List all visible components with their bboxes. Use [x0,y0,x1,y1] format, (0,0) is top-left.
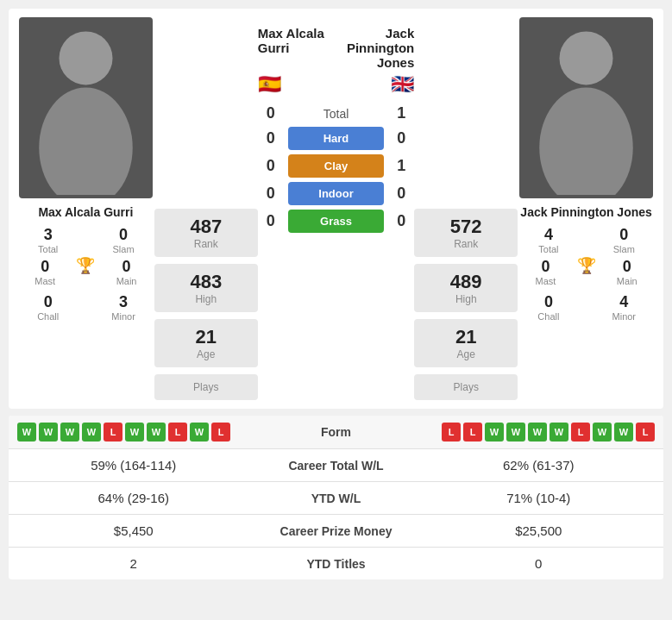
right-rank-label: Rank [414,238,518,250]
right-high-box: 489 High [414,264,518,312]
total-row: 0 Total 1 [258,104,414,122]
right-age-box: 21 Age [414,319,518,367]
form-badge-right: L [463,423,482,442]
stat-center-2: Career Prize Money [250,524,423,538]
left-flag: 🇪🇸 [258,73,281,96]
stat-left-0: 59% (164-114) [17,458,250,473]
right-age-value: 21 [414,326,518,348]
right-slam-label: Slam [613,244,635,254]
left-rank-label: Rank [154,238,258,250]
right-rank-box: 572 Rank [414,209,518,257]
left-trophy-icon: 🏆 [76,258,95,286]
left-total-value: 3 [44,226,53,244]
main-container: Max Alcala Gurri 3 Total 0 Slam 0 Mast [0,0,672,588]
form-badge-left: W [82,423,101,442]
svg-point-1 [39,88,133,195]
right-minor-value: 4 [619,293,628,311]
center-right-name-line2: Jones [336,55,415,70]
stat-right-2: $25,500 [423,523,656,538]
grass-right: 0 [388,212,414,230]
form-badge-right: W [528,423,547,442]
form-badge-right: L [636,423,655,442]
stat-right-3: 0 [423,556,656,571]
right-stat-minor: 4 Minor [593,293,655,322]
total-right-score: 1 [388,104,414,122]
right-main-label: Main [617,276,637,286]
right-total-label: Total [538,244,558,254]
left-lower-stats: 0 Chall 3 Minor [17,293,154,322]
left-stat-total: 3 Total [17,226,79,254]
form-right: LLWWWWLWWL [380,423,656,442]
left-plays-box: Plays [154,374,258,400]
form-badge-right: L [442,423,461,442]
left-player-photo [19,17,153,198]
clay-left: 0 [258,157,284,175]
stat-left-3: 2 [17,556,250,571]
center-left-name-line2: Gurri [258,41,336,55]
right-stat-slam: 0 Slam [593,226,655,254]
clay-right: 1 [388,157,414,175]
stat-right-1: 71% (10-4) [423,491,656,505]
stat-center-1: YTD W/L [250,492,423,505]
clay-row: 0 Clay 1 [258,154,414,178]
right-age-label: Age [414,348,518,360]
left-plays-label: Plays [154,381,258,393]
stat-row: 64% (29-16) YTD W/L 71% (10-4) [9,482,663,515]
right-trophy-icon: 🏆 [577,258,596,286]
right-mast-label: Mast [535,276,556,286]
left-player-name: Max Alcala Gurri [38,205,133,219]
clay-btn: Clay [288,154,384,178]
right-slam-value: 0 [619,226,628,244]
stat-left-2: $5,450 [17,523,250,538]
right-player-name: Jack Pinnington Jones [520,205,651,219]
form-label: Form [293,425,380,439]
grass-row: 0 Grass 0 [258,210,414,233]
form-badge-right: W [485,423,504,442]
total-left-score: 0 [258,104,284,122]
form-left: WWWWLWWLWL [17,423,293,442]
center-column: Max Alcala Gurri Jack Pinnington Jones 🇪… [258,17,414,237]
right-minor-label: Minor [612,311,637,322]
left-player-card: Max Alcala Gurri 3 Total 0 Slam 0 Mast [17,17,154,322]
top-row: Max Alcala Gurri 3 Total 0 Slam 0 Mast [17,17,655,400]
left-chall-label: Chall [37,311,59,322]
form-badge-left: W [190,423,209,442]
form-badge-right: W [550,423,568,442]
left-age-value: 21 [154,326,258,348]
hard-row: 0 Hard 0 [258,127,414,150]
form-badge-right: L [571,423,590,442]
left-trophy-row: 0 Mast 🏆 0 Main [17,258,154,286]
indoor-right: 0 [388,185,414,203]
left-age-label: Age [154,348,258,360]
right-stat-main: 0 Main [600,258,655,286]
left-stat-minor: 3 Minor [92,293,154,322]
stat-row: 2 YTD Titles 0 [9,548,663,579]
right-mast-value: 0 [541,258,550,276]
indoor-left: 0 [258,185,284,203]
right-trophy-row: 0 Mast 🏆 0 Main [518,258,655,286]
right-player-silhouette [519,21,653,195]
indoor-btn: Indoor [288,182,384,205]
center-right-name-line1: Jack Pinnington [336,26,415,55]
form-badge-right: W [614,423,633,442]
left-slam-value: 0 [119,226,128,244]
indoor-row: 0 Indoor 0 [258,182,414,205]
right-lower-stats: 0 Chall 4 Minor [518,293,655,322]
right-plays-box: Plays [414,374,518,400]
form-badge-left: L [168,423,187,442]
right-high-label: High [414,293,518,305]
form-badge-left: W [147,423,166,442]
left-main-label: Main [116,276,137,286]
left-slam-label: Slam [113,244,135,254]
left-stat-chall: 0 Chall [17,293,79,322]
form-badge-left: W [17,423,36,442]
stat-row: 59% (164-114) Career Total W/L 62% (61-3… [9,449,663,482]
grass-left: 0 [258,212,284,230]
right-rank-value: 572 [414,216,518,238]
total-label: Total [284,107,388,121]
right-stat-total: 4 Total [518,226,579,254]
left-middle-stats: 487 Rank 483 High 21 Age Plays [154,17,258,400]
form-badge-left: W [39,423,58,442]
left-player-silhouette [19,21,153,195]
comparison-section: Max Alcala Gurri 3 Total 0 Slam 0 Mast [9,9,663,409]
